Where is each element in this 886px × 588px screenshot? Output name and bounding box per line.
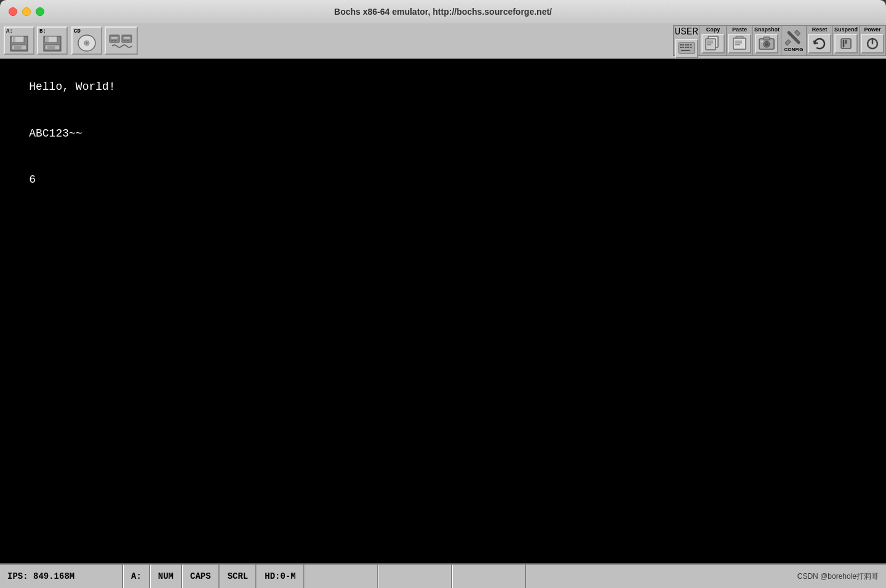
drive-a-segment: A: [123, 565, 150, 588]
svg-rect-26 [690, 44, 692, 46]
right-toolbar: USER [673, 25, 886, 56]
emulator-screen[interactable]: Hello, World! ABC123~~ 6 [0, 59, 886, 563]
caps-value: CAPS [190, 571, 211, 581]
keyboard-icon [678, 42, 695, 54]
camera-icon [758, 35, 775, 51]
status-bar: IPS: 849.168M A: NUM CAPS SCRL HD:0-M CS… [0, 563, 886, 588]
seg7 [452, 565, 526, 588]
window-title: Bochs x86-64 emulator, http://bochs.sour… [334, 7, 552, 17]
user-button[interactable] [675, 39, 698, 58]
paste-button[interactable] [728, 34, 751, 54]
hdd-button[interactable] [105, 26, 138, 55]
svg-rect-4 [14, 46, 22, 49]
hd-segment: HD:0-M [257, 565, 304, 588]
reset-button[interactable] [808, 34, 831, 54]
svg-rect-49 [794, 30, 800, 36]
power-group: Power [860, 25, 886, 56]
svg-rect-16 [114, 40, 116, 41]
config-label: CONFIG [784, 47, 803, 52]
svg-rect-41 [735, 42, 742, 44]
svg-rect-2 [13, 37, 15, 42]
attribution-text: CSDN @borehole打洞哥 [797, 571, 879, 582]
traffic-lights [9, 7, 44, 16]
floppy-a-icon [9, 35, 29, 52]
svg-rect-30 [687, 47, 689, 48]
cdrom-label: CD [74, 28, 81, 34]
svg-rect-31 [690, 47, 692, 48]
copy-group: Copy [700, 25, 727, 56]
seg6 [378, 565, 452, 588]
snapshot-button[interactable] [755, 34, 778, 54]
floppy-b-label: B: [39, 28, 46, 34]
svg-rect-25 [687, 44, 689, 46]
ips-segment: IPS: 849.168M [0, 565, 123, 588]
svg-rect-14 [111, 37, 118, 39]
floppy-a-button[interactable]: A: [4, 26, 34, 55]
svg-rect-29 [685, 47, 687, 48]
suspend-group: Suspend [833, 25, 860, 56]
svg-rect-40 [735, 41, 742, 42]
screen-line1: Hello, World! [29, 81, 115, 93]
suspend-icon [839, 37, 853, 50]
toolbar: A: B: CD [0, 23, 886, 59]
power-icon [866, 37, 879, 50]
hd-value: HD:0-M [265, 571, 295, 581]
seg5 [305, 565, 378, 588]
scrl-value: SCRL [228, 571, 249, 581]
svg-rect-7 [46, 37, 49, 42]
screen-output: Hello, World! ABC123~~ 6 [2, 64, 884, 204]
user-label: USER [675, 26, 698, 38]
suspend-label: Suspend [834, 26, 858, 33]
close-button[interactable] [9, 7, 17, 16]
svg-rect-19 [124, 40, 126, 41]
svg-rect-27 [680, 47, 682, 48]
svg-rect-18 [124, 37, 130, 39]
paste-group: Paste [727, 25, 753, 56]
power-button[interactable] [861, 34, 884, 54]
caps-segment: CAPS [182, 565, 220, 588]
svg-rect-44 [764, 37, 770, 40]
copy-icon [704, 35, 722, 51]
suspend-button[interactable] [834, 34, 858, 54]
minimize-button[interactable] [22, 7, 31, 16]
svg-rect-24 [685, 44, 687, 46]
floppy-b-icon [42, 35, 62, 52]
num-value: NUM [158, 571, 174, 581]
svg-rect-9 [47, 46, 55, 49]
user-group: USER [673, 25, 700, 56]
cdrom-icon [76, 34, 97, 52]
ips-value: IPS: 849.168M [7, 571, 74, 581]
svg-rect-23 [682, 44, 684, 46]
attribution: CSDN @borehole打洞哥 [797, 565, 886, 588]
scrl-segment: SCRL [220, 565, 257, 588]
svg-point-12 [86, 42, 88, 44]
cdrom-button[interactable]: CD [71, 26, 102, 55]
svg-point-46 [765, 42, 768, 46]
floppy-a-label: A: [6, 28, 13, 34]
svg-rect-36 [707, 42, 713, 44]
power-label: Power [864, 26, 880, 33]
svg-rect-35 [707, 41, 713, 42]
svg-rect-47 [760, 41, 763, 42]
copy-button[interactable] [701, 34, 725, 54]
paste-label: Paste [732, 26, 747, 33]
config-icon [784, 29, 804, 46]
svg-rect-32 [681, 50, 690, 51]
svg-rect-22 [680, 44, 682, 46]
svg-rect-39 [733, 38, 746, 49]
num-segment: NUM [150, 565, 182, 588]
svg-rect-15 [111, 40, 113, 41]
svg-rect-50 [785, 39, 791, 45]
hdd-icon [108, 33, 134, 52]
screen-line2: ABC123~~ [29, 127, 82, 140]
svg-rect-20 [127, 40, 129, 41]
copy-label: Copy [706, 26, 720, 33]
floppy-b-button[interactable]: B: [37, 26, 68, 55]
reset-label: Reset [812, 26, 828, 33]
paste-icon [731, 35, 748, 51]
screen-line3: 6 [29, 173, 36, 186]
snapshot-label: Snapshot [754, 26, 780, 33]
svg-rect-42 [735, 44, 740, 46]
snapshot-group: Snapshot [753, 25, 781, 56]
maximize-button[interactable] [36, 7, 44, 16]
